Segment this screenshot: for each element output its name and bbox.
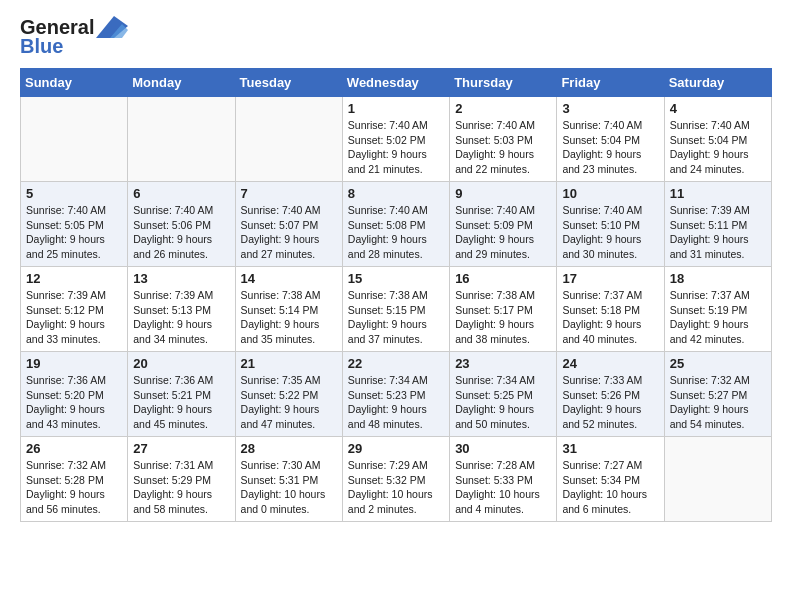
day-number: 7	[241, 186, 337, 201]
day-info: Sunrise: 7:40 AMSunset: 5:10 PMDaylight:…	[562, 203, 658, 262]
weekday-header-thursday: Thursday	[450, 69, 557, 97]
calendar-day-2: 2Sunrise: 7:40 AMSunset: 5:03 PMDaylight…	[450, 97, 557, 182]
daylight-hours: Daylight: 9 hours and 22 minutes.	[455, 148, 534, 175]
sunrise-info: Sunrise: 7:33 AM	[562, 374, 642, 386]
daylight-hours: Daylight: 9 hours and 29 minutes.	[455, 233, 534, 260]
sunrise-info: Sunrise: 7:40 AM	[241, 204, 321, 216]
day-number: 16	[455, 271, 551, 286]
daylight-hours: Daylight: 9 hours and 52 minutes.	[562, 403, 641, 430]
day-number: 28	[241, 441, 337, 456]
sunrise-info: Sunrise: 7:30 AM	[241, 459, 321, 471]
day-number: 23	[455, 356, 551, 371]
calendar-week-row: 12Sunrise: 7:39 AMSunset: 5:12 PMDayligh…	[21, 267, 772, 352]
calendar-day-17: 17Sunrise: 7:37 AMSunset: 5:18 PMDayligh…	[557, 267, 664, 352]
sunset-info: Sunset: 5:05 PM	[26, 219, 104, 231]
calendar-day-18: 18Sunrise: 7:37 AMSunset: 5:19 PMDayligh…	[664, 267, 771, 352]
daylight-hours: Daylight: 9 hours and 45 minutes.	[133, 403, 212, 430]
sunrise-info: Sunrise: 7:31 AM	[133, 459, 213, 471]
sunrise-info: Sunrise: 7:37 AM	[670, 289, 750, 301]
day-info: Sunrise: 7:37 AMSunset: 5:18 PMDaylight:…	[562, 288, 658, 347]
sunrise-info: Sunrise: 7:39 AM	[670, 204, 750, 216]
daylight-hours: Daylight: 9 hours and 47 minutes.	[241, 403, 320, 430]
day-info: Sunrise: 7:30 AMSunset: 5:31 PMDaylight:…	[241, 458, 337, 517]
sunset-info: Sunset: 5:25 PM	[455, 389, 533, 401]
sunset-info: Sunset: 5:34 PM	[562, 474, 640, 486]
calendar-day-16: 16Sunrise: 7:38 AMSunset: 5:17 PMDayligh…	[450, 267, 557, 352]
weekday-header-monday: Monday	[128, 69, 235, 97]
sunset-info: Sunset: 5:28 PM	[26, 474, 104, 486]
daylight-hours: Daylight: 9 hours and 54 minutes.	[670, 403, 749, 430]
day-info: Sunrise: 7:35 AMSunset: 5:22 PMDaylight:…	[241, 373, 337, 432]
calendar-day-22: 22Sunrise: 7:34 AMSunset: 5:23 PMDayligh…	[342, 352, 449, 437]
calendar-day-5: 5Sunrise: 7:40 AMSunset: 5:05 PMDaylight…	[21, 182, 128, 267]
sunset-info: Sunset: 5:29 PM	[133, 474, 211, 486]
day-number: 4	[670, 101, 766, 116]
sunset-info: Sunset: 5:15 PM	[348, 304, 426, 316]
calendar-header-row: SundayMondayTuesdayWednesdayThursdayFrid…	[21, 69, 772, 97]
day-number: 26	[26, 441, 122, 456]
day-info: Sunrise: 7:36 AMSunset: 5:20 PMDaylight:…	[26, 373, 122, 432]
sunset-info: Sunset: 5:31 PM	[241, 474, 319, 486]
day-info: Sunrise: 7:27 AMSunset: 5:34 PMDaylight:…	[562, 458, 658, 517]
calendar-day-7: 7Sunrise: 7:40 AMSunset: 5:07 PMDaylight…	[235, 182, 342, 267]
day-number: 25	[670, 356, 766, 371]
sunset-info: Sunset: 5:22 PM	[241, 389, 319, 401]
day-info: Sunrise: 7:38 AMSunset: 5:17 PMDaylight:…	[455, 288, 551, 347]
calendar-day-19: 19Sunrise: 7:36 AMSunset: 5:20 PMDayligh…	[21, 352, 128, 437]
calendar-day-23: 23Sunrise: 7:34 AMSunset: 5:25 PMDayligh…	[450, 352, 557, 437]
sunset-info: Sunset: 5:12 PM	[26, 304, 104, 316]
sunset-info: Sunset: 5:09 PM	[455, 219, 533, 231]
calendar-day-24: 24Sunrise: 7:33 AMSunset: 5:26 PMDayligh…	[557, 352, 664, 437]
day-number: 12	[26, 271, 122, 286]
sunset-info: Sunset: 5:07 PM	[241, 219, 319, 231]
day-number: 21	[241, 356, 337, 371]
calendar-empty-cell	[235, 97, 342, 182]
sunrise-info: Sunrise: 7:40 AM	[133, 204, 213, 216]
day-info: Sunrise: 7:39 AMSunset: 5:12 PMDaylight:…	[26, 288, 122, 347]
daylight-hours: Daylight: 10 hours and 6 minutes.	[562, 488, 647, 515]
day-info: Sunrise: 7:38 AMSunset: 5:15 PMDaylight:…	[348, 288, 444, 347]
day-info: Sunrise: 7:40 AMSunset: 5:08 PMDaylight:…	[348, 203, 444, 262]
day-info: Sunrise: 7:40 AMSunset: 5:06 PMDaylight:…	[133, 203, 229, 262]
calendar-day-6: 6Sunrise: 7:40 AMSunset: 5:06 PMDaylight…	[128, 182, 235, 267]
daylight-hours: Daylight: 9 hours and 24 minutes.	[670, 148, 749, 175]
daylight-hours: Daylight: 9 hours and 37 minutes.	[348, 318, 427, 345]
day-number: 29	[348, 441, 444, 456]
daylight-hours: Daylight: 9 hours and 26 minutes.	[133, 233, 212, 260]
sunset-info: Sunset: 5:18 PM	[562, 304, 640, 316]
sunset-info: Sunset: 5:33 PM	[455, 474, 533, 486]
sunrise-info: Sunrise: 7:40 AM	[670, 119, 750, 131]
day-info: Sunrise: 7:40 AMSunset: 5:07 PMDaylight:…	[241, 203, 337, 262]
calendar-day-15: 15Sunrise: 7:38 AMSunset: 5:15 PMDayligh…	[342, 267, 449, 352]
logo: General Blue	[20, 16, 128, 58]
calendar-empty-cell	[21, 97, 128, 182]
calendar-empty-cell	[664, 437, 771, 522]
sunrise-info: Sunrise: 7:40 AM	[348, 204, 428, 216]
daylight-hours: Daylight: 10 hours and 2 minutes.	[348, 488, 433, 515]
sunrise-info: Sunrise: 7:36 AM	[26, 374, 106, 386]
calendar: SundayMondayTuesdayWednesdayThursdayFrid…	[20, 68, 772, 522]
day-number: 31	[562, 441, 658, 456]
daylight-hours: Daylight: 9 hours and 31 minutes.	[670, 233, 749, 260]
day-info: Sunrise: 7:40 AMSunset: 5:04 PMDaylight:…	[562, 118, 658, 177]
calendar-day-13: 13Sunrise: 7:39 AMSunset: 5:13 PMDayligh…	[128, 267, 235, 352]
sunset-info: Sunset: 5:06 PM	[133, 219, 211, 231]
calendar-week-row: 19Sunrise: 7:36 AMSunset: 5:20 PMDayligh…	[21, 352, 772, 437]
calendar-week-row: 1Sunrise: 7:40 AMSunset: 5:02 PMDaylight…	[21, 97, 772, 182]
sunrise-info: Sunrise: 7:38 AM	[455, 289, 535, 301]
daylight-hours: Daylight: 10 hours and 0 minutes.	[241, 488, 326, 515]
sunset-info: Sunset: 5:13 PM	[133, 304, 211, 316]
day-number: 5	[26, 186, 122, 201]
logo-icon	[96, 16, 128, 38]
sunset-info: Sunset: 5:19 PM	[670, 304, 748, 316]
daylight-hours: Daylight: 9 hours and 43 minutes.	[26, 403, 105, 430]
calendar-day-20: 20Sunrise: 7:36 AMSunset: 5:21 PMDayligh…	[128, 352, 235, 437]
day-info: Sunrise: 7:34 AMSunset: 5:23 PMDaylight:…	[348, 373, 444, 432]
day-info: Sunrise: 7:32 AMSunset: 5:28 PMDaylight:…	[26, 458, 122, 517]
daylight-hours: Daylight: 9 hours and 33 minutes.	[26, 318, 105, 345]
daylight-hours: Daylight: 9 hours and 35 minutes.	[241, 318, 320, 345]
daylight-hours: Daylight: 9 hours and 48 minutes.	[348, 403, 427, 430]
daylight-hours: Daylight: 9 hours and 30 minutes.	[562, 233, 641, 260]
sunset-info: Sunset: 5:26 PM	[562, 389, 640, 401]
day-info: Sunrise: 7:29 AMSunset: 5:32 PMDaylight:…	[348, 458, 444, 517]
